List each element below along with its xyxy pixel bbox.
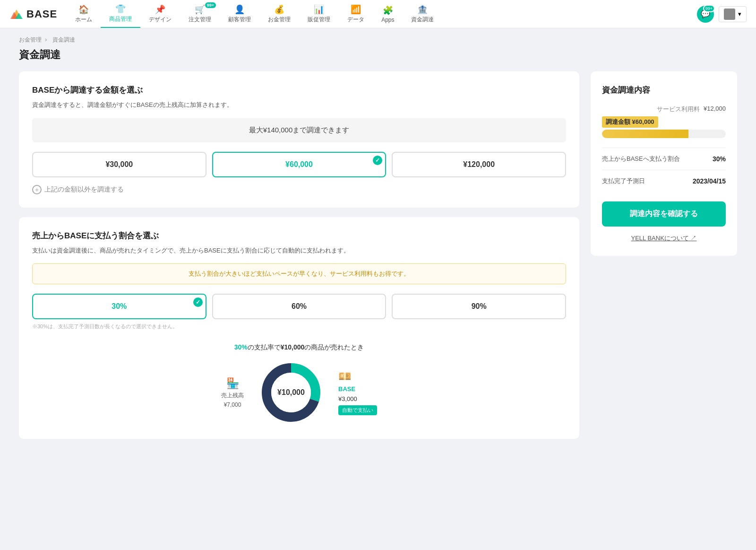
main-content: BASEから調達する金額を選ぶ 資金調達をすると、調達金額がすぐにBASEの売上… [0, 71, 756, 458]
max-amount-bar: 最大¥140,000まで調達できます [32, 118, 566, 142]
warning-text: 支払う割合が大きいほど支払いペースが早くなり、サービス利用料もお得です。 [189, 270, 410, 277]
nav-apps[interactable]: 🧩 Apps [373, 1, 403, 27]
orders-badge: 99+ [205, 2, 216, 8]
check-icon-30: ✓ [193, 297, 203, 307]
right-panel: 資金調達内容 サービス利用料 ¥12,000 調達金額 ¥60,000 売上から… [591, 71, 737, 256]
summary-card: 資金調達内容 サービス利用料 ¥12,000 調達金額 ¥60,000 売上から… [591, 71, 737, 256]
logo-text: BASE [26, 8, 57, 20]
amount-option-60000[interactable]: ✓ ¥60,000 [212, 152, 387, 177]
shop-amount: ¥7,000 [224, 402, 241, 408]
ratio-card-title: 売上からBASEに支払う割合を選ぶ [32, 230, 566, 241]
chat-badge: 99+ [703, 5, 715, 12]
plus-circle-icon: + [32, 185, 42, 194]
home-icon: 🏠 [78, 4, 89, 15]
user-menu-button[interactable]: ▾ [719, 6, 747, 22]
sales-icon: 📊 [314, 4, 324, 15]
page-title: 資金調達 [19, 48, 737, 62]
design-icon: 📌 [155, 4, 165, 15]
ratio-info-row: 売上からBASEへ支払う割合 30% [602, 148, 726, 170]
base-amount: ¥3,000 [338, 395, 357, 402]
ratio-card: 売上からBASEに支払う割合を選ぶ 支払いは資金調達後に、商品が売れたタイミング… [19, 217, 579, 439]
amount-card: BASEから調達する金額を選ぶ 資金調達をすると、調達金額がすぐにBASEの売上… [19, 71, 579, 208]
header: BASE 🏠 ホーム 👕 商品管理 📌 デザイン 99+ 🛒 注文管理 👤 顧客… [0, 0, 756, 28]
nav-orders[interactable]: 99+ 🛒 注文管理 [180, 0, 220, 27]
nav-money[interactable]: 💰 お金管理 [259, 0, 299, 27]
progress-bar [602, 130, 726, 138]
amount-options: ¥30,000 ✓ ¥60,000 ¥120,000 [32, 152, 566, 177]
summary-title: 資金調達内容 [602, 85, 726, 96]
ratio-info-value: 30% [713, 155, 726, 163]
donut-highlight: 30% [234, 343, 248, 351]
shop-label-text: 売上残高 [221, 392, 244, 400]
base-name: BASE [338, 385, 355, 393]
ratio-option-30[interactable]: ✓ 30% [32, 294, 206, 319]
amount-card-title: BASEから調達する金額を選ぶ [32, 85, 566, 96]
amount-card-desc: 資金調達をすると、調達金額がすぐにBASEの売上残高に加算されます。 [32, 100, 566, 110]
ratio-note: ※30%は、支払完了予測日数が長くなるので選択できません。 [32, 323, 566, 330]
ratio-option-90[interactable]: 90% [392, 294, 566, 319]
base-label: 💴 BASE ¥3,000 自動で支払い [338, 370, 377, 415]
yell-bank-link[interactable]: YELL BANKについて ↗ [631, 235, 697, 242]
donut-svg: ¥10,000 [258, 359, 324, 426]
completion-info-label: 支払完了予測日 [602, 177, 645, 185]
check-icon-60000: ✓ [373, 156, 382, 165]
breadcrumb-separator: › [45, 36, 47, 43]
orders-icon: 🛒 [195, 4, 205, 15]
breadcrumb-current: 資金調達 [52, 36, 75, 43]
progress-label-row: 調達金額 ¥60,000 [602, 116, 726, 128]
nav-funding[interactable]: 🏦 資金調達 [403, 0, 442, 27]
auto-badge: 自動で支払い [338, 405, 377, 415]
main-nav: 🏠 ホーム 👕 商品管理 📌 デザイン 99+ 🛒 注文管理 👤 顧客管理 💰 … [67, 0, 697, 28]
customers-icon: 👤 [234, 4, 245, 15]
chevron-down-icon: ▾ [738, 10, 741, 17]
yen-icon: 💴 [338, 370, 351, 383]
max-amount-label: 最大¥140,000まで調達できます [249, 126, 350, 134]
amount-option-120000[interactable]: ¥120,000 [392, 152, 566, 177]
nav-sales[interactable]: 📊 販促管理 [299, 0, 339, 27]
funding-icon: 🏦 [417, 4, 428, 15]
service-fee-value: ¥12,000 [704, 105, 726, 113]
money-icon: 💰 [274, 4, 284, 15]
service-fee-row: サービス利用料 ¥12,000 [602, 105, 726, 113]
products-icon: 👕 [115, 4, 126, 14]
nav-data[interactable]: 📶 データ [339, 0, 373, 27]
external-link-area: YELL BANKについて ↗ [602, 234, 726, 243]
custom-amount-label: 上記の金額以外を調達する [44, 185, 124, 194]
donut-chart-wrap: 🏪 売上残高 ¥7,000 [221, 359, 377, 426]
donut-area: 30%の支払率で¥10,000の商品が売れたとき 🏪 売上残高 ¥7,000 [32, 339, 566, 426]
warning-box: 支払う割合が大きいほど支払いペースが早くなり、サービス利用料もお得です。 [32, 263, 566, 284]
progress-label: 調達金額 ¥60,000 [602, 116, 658, 128]
data-icon: 📶 [351, 4, 361, 15]
progress-bar-fill [602, 130, 688, 138]
page-title-area: 資金調達 [0, 46, 756, 71]
amount-option-30000[interactable]: ¥30,000 [32, 152, 206, 177]
shop-label: 🏪 売上残高 ¥7,000 [221, 377, 244, 408]
logo-icon [9, 7, 24, 21]
nav-design[interactable]: 📌 デザイン [140, 0, 180, 27]
logo[interactable]: BASE [9, 7, 57, 21]
ratio-option-60[interactable]: 60% [212, 294, 387, 319]
completion-info-value: 2023/04/15 [693, 177, 726, 185]
progress-section: 調達金額 ¥60,000 [602, 116, 726, 138]
completion-info-row: 支払完了予測日 2023/04/15 [602, 170, 726, 192]
shop-icon: 🏪 [226, 377, 239, 390]
chat-button[interactable]: 💬 99+ [697, 6, 714, 23]
left-panel: BASEから調達する金額を選ぶ 資金調達をすると、調達金額がすぐにBASEの売上… [19, 71, 579, 439]
ratio-info-label: 売上からBASEへ支払う割合 [602, 155, 680, 163]
confirm-button[interactable]: 調達内容を確認する [602, 201, 726, 227]
breadcrumb-parent[interactable]: お金管理 [19, 36, 42, 43]
ratio-options: ✓ 30% 60% 90% [32, 294, 566, 319]
custom-amount-button[interactable]: + 上記の金額以外を調達する [32, 185, 566, 194]
ratio-card-desc: 支払いは資金調達後に、商品が売れたタイミングで、売上からBASEに支払う割合に応… [32, 246, 566, 255]
nav-customers[interactable]: 👤 顧客管理 [220, 0, 259, 27]
nav-home[interactable]: 🏠 ホーム [67, 0, 101, 27]
breadcrumb: お金管理 › 資金調達 [0, 28, 756, 46]
service-fee-label: サービス利用料 [657, 105, 700, 113]
apps-icon: 🧩 [383, 5, 393, 16]
header-right: 💬 99+ ▾ [697, 6, 747, 23]
donut-title: 30%の支払率で¥10,000の商品が売れたとき [234, 343, 364, 352]
nav-products[interactable]: 👕 商品管理 [101, 0, 140, 28]
donut-center-value: ¥10,000 [277, 388, 305, 397]
user-avatar [724, 9, 735, 20]
